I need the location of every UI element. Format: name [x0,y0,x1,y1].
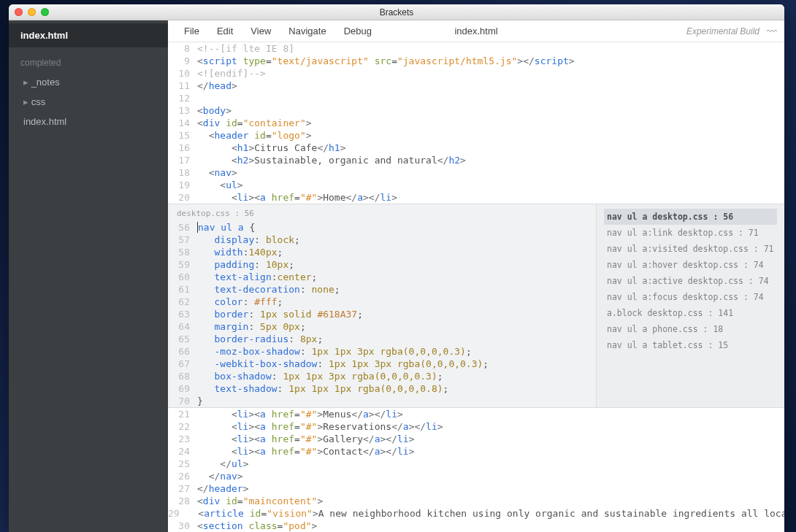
code-line[interactable]: 59 padding: 10px; [168,258,596,271]
code-line[interactable]: 25 </ul> [168,458,784,470]
code-line[interactable]: 26 </nav> [168,470,784,482]
code-content[interactable]: <ul> [197,179,784,191]
code-content[interactable]: text-align:center; [197,271,596,283]
code-line[interactable]: 12 [168,92,784,104]
code-line[interactable]: 29 <article id="vision">A new neighborho… [168,507,784,520]
code-content[interactable]: <script type="text/javascript" src="java… [197,55,784,67]
code-content[interactable]: <li><a href="#">Home</a></li> [197,191,784,204]
css-rule-item[interactable]: nav ul a:visited desktop.css : 71 [604,241,777,257]
code-line[interactable]: 67 -webkit-box-shadow: 1px 1px 3px rgba(… [168,358,596,370]
code-line[interactable]: 30<section class="pod"> [168,520,784,532]
code-content[interactable]: </header> [197,482,784,495]
code-line[interactable]: 69 text-shadow: 1px 1px 1px rgba(0,0,0,0… [168,382,596,395]
sidebar-item-index-html[interactable]: index.html [9,112,168,131]
code-content[interactable]: margin: 5px 0px; [197,320,596,333]
code-content[interactable]: border-radius: 8px; [197,333,596,345]
code-content[interactable]: width:140px; [197,246,596,258]
code-line[interactable]: 15 <header id="logo"> [168,129,784,142]
code-line[interactable]: 60 text-align:center; [168,271,596,283]
line-number: 68 [168,370,197,382]
code-content[interactable]: <section class="pod"> [197,520,784,532]
code-line[interactable]: 64 margin: 5px 0px; [168,320,596,333]
code-line[interactable]: 27</header> [168,482,784,495]
code-line[interactable]: 16 <h1>Citrus Cafe</h1> [168,142,784,154]
line-number: 10 [168,67,197,80]
code-content[interactable]: -webkit-box-shadow: 1px 1px 3px rgba(0,0… [197,358,596,370]
code-line[interactable]: 62 color: #fff; [168,296,596,308]
code-content[interactable]: <li><a href="#">Reservations</a></li> [197,420,784,433]
sidebar-item-css[interactable]: css [9,92,168,112]
code-content[interactable]: <div id="maincontent"> [197,495,784,507]
code-line[interactable]: 68 box-shadow: 1px 1px 3px rgba(0,0,0,0.… [168,370,596,382]
css-rule-item[interactable]: nav ul a:hover desktop.css : 74 [604,257,777,273]
code-content[interactable]: text-shadow: 1px 1px 1px rgba(0,0,0,0.8)… [197,382,596,395]
css-rule-item[interactable]: nav ul a desktop.css : 56 [604,209,777,225]
code-content[interactable]: </ul> [197,458,784,470]
code-content[interactable]: color: #fff; [197,296,596,308]
code-content[interactable]: <header id="logo"> [197,129,784,142]
code-content[interactable]: <body> [197,104,784,117]
code-line[interactable]: 66 -moz-box-shadow: 1px 1px 3px rgba(0,0… [168,345,596,358]
code-line[interactable]: 10<![endif]--> [168,67,784,80]
css-rule-item[interactable]: a.block desktop.css : 141 [604,305,777,321]
code-line[interactable]: 57 display: block; [168,234,596,246]
code-content[interactable]: border: 1px solid #618A37; [197,308,596,320]
code-content[interactable]: <h2>Sustainable, organic and natural</h2… [197,154,784,166]
settings-icon[interactable]: 〰 [767,26,777,37]
css-rule-item[interactable]: nav ul a:active desktop.css : 74 [604,273,777,289]
code-line[interactable]: 20 <li><a href="#">Home</a></li> [168,191,784,204]
code-line[interactable]: 22 <li><a href="#">Reservations</a></li> [168,420,784,433]
menu-edit[interactable]: Edit [208,23,242,39]
code-content[interactable]: <!--[if lte IE 8] [197,42,784,55]
code-line[interactable]: 61 text-decoration: none; [168,283,596,296]
code-line[interactable]: 13<body> [168,104,784,117]
code-line[interactable]: 24 <li><a href="#">Contact</a></li> [168,445,784,458]
css-rule-item[interactable]: nav ul a tablet.css : 15 [604,337,777,353]
titlebar[interactable]: Brackets [9,4,784,20]
code-line[interactable]: 63 border: 1px solid #618A37; [168,308,596,320]
code-content[interactable] [197,92,784,104]
code-content[interactable]: text-decoration: none; [197,283,596,296]
code-content[interactable]: <nav> [197,166,784,179]
code-line[interactable]: 56nav ul a { [168,221,596,234]
code-line[interactable]: 70} [168,395,596,407]
code-line[interactable]: 21 <li><a href="#">Menus</a></li> [168,408,784,420]
code-content[interactable]: </head> [197,80,784,92]
code-line[interactable]: 9<script type="text/javascript" src="jav… [168,55,784,67]
code-line[interactable]: 23 <li><a href="#">Gallery</a></li> [168,433,784,445]
code-line[interactable]: 17 <h2>Sustainable, organic and natural<… [168,154,784,166]
code-content[interactable]: <li><a href="#">Gallery</a></li> [197,433,784,445]
code-content[interactable]: box-shadow: 1px 1px 3px rgba(0,0,0,0.3); [197,370,596,382]
code-line[interactable]: 18 <nav> [168,166,784,179]
code-content[interactable]: <h1>Citrus Cafe</h1> [197,142,784,154]
code-content[interactable]: } [197,395,596,407]
code-content[interactable]: <![endif]--> [197,67,784,80]
code-content[interactable]: <li><a href="#">Menus</a></li> [197,408,784,420]
css-rule-item[interactable]: nav ul a phone.css : 18 [604,321,777,337]
code-editor[interactable]: 8<!--[if lte IE 8]9<script type="text/ja… [168,42,784,532]
code-line[interactable]: 65 border-radius: 8px; [168,333,596,345]
menu-debug[interactable]: Debug [335,23,380,39]
code-content[interactable]: <li><a href="#">Contact</a></li> [197,445,784,458]
code-content[interactable]: padding: 10px; [197,258,596,271]
css-rule-item[interactable]: nav ul a:focus desktop.css : 74 [604,289,777,305]
code-content[interactable]: <article id="vision">A new neighborhood … [187,507,784,520]
css-rule-item[interactable]: nav ul a:link desktop.css : 71 [604,225,777,241]
code-content[interactable]: <div id="container"> [197,117,784,129]
code-content[interactable]: -moz-box-shadow: 1px 1px 3px rgba(0,0,0,… [197,345,596,358]
code-content[interactable]: </nav> [197,470,784,482]
code-line[interactable]: 11</head> [168,80,784,92]
line-number: 16 [168,142,197,154]
code-line[interactable]: 19 <ul> [168,179,784,191]
menu-navigate[interactable]: Navigate [280,23,334,39]
code-line[interactable]: 8<!--[if lte IE 8] [168,42,784,55]
code-content[interactable]: display: block; [197,234,596,246]
menu-view[interactable]: View [242,23,280,39]
code-content[interactable]: nav ul a { [197,221,596,234]
working-file-tab[interactable]: index.html [9,23,168,47]
menu-file[interactable]: File [175,23,208,39]
code-line[interactable]: 58 width:140px; [168,246,596,258]
sidebar-item-_notes[interactable]: _notes [9,72,168,92]
code-line[interactable]: 14<div id="container"> [168,117,784,129]
code-line[interactable]: 28<div id="maincontent"> [168,495,784,507]
